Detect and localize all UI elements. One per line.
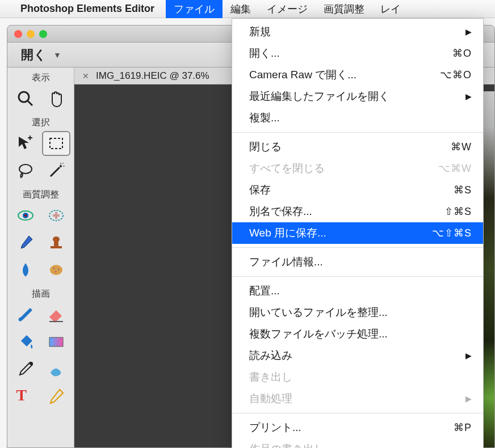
svg-point-7 bbox=[60, 165, 62, 167]
menu-separator bbox=[232, 132, 483, 133]
open-dropdown-label[interactable]: 開く bbox=[21, 47, 47, 64]
type-tool[interactable]: T bbox=[11, 384, 40, 409]
svg-line-10 bbox=[62, 163, 64, 164]
svg-point-19 bbox=[53, 236, 60, 242]
marquee-tool[interactable] bbox=[42, 131, 70, 156]
menu-file[interactable]: ファイル bbox=[166, 0, 223, 18]
tool-palette: 表示 選択 bbox=[7, 67, 74, 447]
file-menu-item: 書き出し bbox=[232, 366, 483, 388]
svg-line-1 bbox=[28, 101, 32, 105]
menu-item-shortcut: ⌘P bbox=[454, 421, 472, 434]
menu-item-shortcut: ⌥⇧⌘S bbox=[432, 227, 472, 239]
menu-item-label: 最近編集したファイルを開く bbox=[249, 89, 389, 104]
file-menu-item[interactable]: 開く...⌘O bbox=[232, 43, 483, 64]
menu-item-label: Web 用に保存... bbox=[249, 226, 326, 240]
menu-layer[interactable]: レイ bbox=[372, 0, 409, 18]
file-menu-item[interactable]: 複製... bbox=[232, 107, 483, 129]
menu-item-label: 別名で保存... bbox=[249, 204, 312, 219]
file-menu-item[interactable]: Camera Raw で開く...⌥⌘O bbox=[232, 64, 483, 86]
spot-heal-tool[interactable] bbox=[42, 203, 70, 228]
menu-separator bbox=[232, 276, 483, 277]
stamp-tool[interactable] bbox=[42, 230, 70, 255]
brush-adjust-tool[interactable] bbox=[11, 230, 40, 255]
magic-wand-tool[interactable] bbox=[42, 158, 70, 183]
svg-point-20 bbox=[50, 265, 62, 275]
close-icon[interactable] bbox=[14, 30, 22, 38]
file-menu-item[interactable]: 保存⌘S bbox=[232, 179, 483, 201]
menu-item-label: Camera Raw で開く... bbox=[249, 67, 356, 82]
tool-section-adjust: 画質調整 bbox=[23, 189, 59, 201]
file-menu-item[interactable]: 読み込み▶ bbox=[232, 345, 483, 366]
file-menu-item: 自動処理▶ bbox=[232, 388, 483, 409]
submenu-arrow-icon: ▶ bbox=[465, 92, 472, 101]
menu-image[interactable]: イメージ bbox=[259, 0, 316, 18]
sponge-tool[interactable] bbox=[42, 257, 70, 282]
smart-brush-tool[interactable] bbox=[42, 357, 70, 382]
file-menu-item[interactable]: 最近編集したファイルを開く▶ bbox=[232, 86, 483, 107]
svg-rect-4 bbox=[50, 138, 62, 149]
macos-menubar: Photoshop Elements Editor ファイル 編集 イメージ 画… bbox=[0, 0, 495, 18]
chevron-down-icon[interactable]: ▼ bbox=[53, 50, 61, 60]
menu-edit[interactable]: 編集 bbox=[223, 0, 259, 18]
submenu-arrow-icon: ▶ bbox=[465, 27, 472, 36]
menu-separator bbox=[232, 247, 483, 248]
app-name[interactable]: Photoshop Elements Editor bbox=[20, 3, 154, 15]
tab-close-icon[interactable]: ✕ bbox=[82, 71, 89, 81]
svg-rect-18 bbox=[54, 242, 58, 246]
pencil-tool[interactable] bbox=[42, 384, 70, 409]
file-menu-item[interactable]: 複数ファイルをバッチ処理... bbox=[232, 323, 483, 345]
file-menu-item: 作品の書き出し... bbox=[232, 438, 483, 448]
menu-item-label: プリント... bbox=[249, 420, 301, 435]
menu-item-shortcut: ⌘S bbox=[454, 184, 472, 196]
file-menu-item[interactable]: 配置... bbox=[232, 280, 483, 302]
tool-section-select: 選択 bbox=[32, 117, 50, 129]
svg-point-22 bbox=[57, 269, 59, 271]
menu-item-label: 書き出し bbox=[249, 370, 292, 384]
menu-item-label: 閉じる bbox=[249, 140, 282, 154]
paintbrush-tool[interactable] bbox=[11, 302, 40, 327]
svg-point-0 bbox=[19, 92, 29, 102]
menu-item-label: 自動処理 bbox=[249, 391, 292, 406]
file-menu-item[interactable]: Web 用に保存...⌥⇧⌘S bbox=[232, 222, 483, 244]
file-menu-item[interactable]: 新規▶ bbox=[232, 21, 483, 43]
move-tool[interactable] bbox=[11, 131, 40, 156]
file-menu-item[interactable]: 別名で保存...⇧⌘S bbox=[232, 201, 483, 222]
tool-section-view: 表示 bbox=[32, 72, 50, 84]
file-menu-item: すべてを閉じる⌥⌘W bbox=[232, 158, 483, 179]
svg-point-13 bbox=[24, 214, 27, 217]
menu-item-label: 開いているファイルを整理... bbox=[249, 305, 388, 320]
file-menu-item[interactable]: ファイル情報... bbox=[232, 251, 483, 273]
document-tab-title[interactable]: IMG_1619.HEIC @ 37.6% bbox=[96, 70, 209, 82]
submenu-arrow-icon: ▶ bbox=[465, 394, 472, 403]
menu-item-label: 保存 bbox=[249, 183, 271, 197]
file-menu-item[interactable]: 閉じる⌘W bbox=[232, 136, 483, 158]
menu-item-label: 開く... bbox=[249, 46, 280, 61]
tool-section-draw: 描画 bbox=[32, 288, 50, 300]
svg-point-23 bbox=[54, 271, 56, 273]
menu-item-label: 複数ファイルをバッチ処理... bbox=[249, 327, 388, 341]
menu-item-label: 新規 bbox=[249, 24, 271, 39]
svg-rect-17 bbox=[51, 246, 62, 248]
blur-tool[interactable] bbox=[11, 257, 40, 282]
menu-adjust[interactable]: 画質調整 bbox=[316, 0, 372, 18]
menu-item-label: ファイル情報... bbox=[249, 255, 323, 269]
minimize-icon[interactable] bbox=[27, 30, 35, 38]
redeye-tool[interactable] bbox=[11, 203, 40, 228]
menu-item-label: 作品の書き出し... bbox=[249, 442, 334, 448]
lasso-tool[interactable] bbox=[11, 158, 40, 183]
file-menu-item[interactable]: プリント...⌘P bbox=[232, 417, 483, 438]
svg-point-21 bbox=[53, 268, 54, 269]
gradient-tool[interactable] bbox=[42, 329, 70, 354]
menu-item-shortcut: ⌥⌘W bbox=[438, 162, 472, 175]
hand-tool[interactable] bbox=[42, 86, 70, 111]
eraser-tool[interactable] bbox=[42, 302, 70, 327]
menu-item-label: 複製... bbox=[249, 111, 280, 125]
svg-line-6 bbox=[51, 167, 60, 176]
menu-separator bbox=[232, 413, 483, 413]
maximize-icon[interactable] bbox=[39, 30, 47, 38]
eyedropper-tool[interactable] bbox=[11, 357, 40, 382]
file-menu-item[interactable]: 開いているファイルを整理... bbox=[232, 302, 483, 323]
zoom-tool[interactable] bbox=[11, 86, 40, 111]
paint-bucket-tool[interactable] bbox=[11, 329, 40, 354]
svg-rect-25 bbox=[49, 337, 63, 346]
